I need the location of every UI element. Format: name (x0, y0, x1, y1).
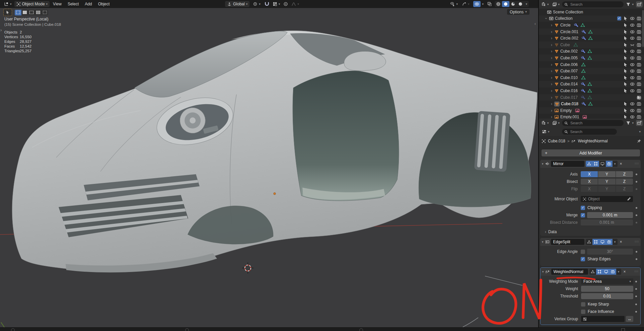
menu-object[interactable]: Object (95, 2, 113, 6)
disable-render-camera-icon[interactable] (637, 16, 641, 21)
outliner-row-object[interactable]: › Circle (539, 22, 644, 28)
modifier-name-field[interactable]: WeightedNormal (551, 269, 588, 275)
outliner-row-object[interactable]: › Cube.002 (539, 48, 644, 55)
invert-vertex-group-button[interactable]: ↔ (626, 316, 633, 322)
toolbar-expand-arrow[interactable]: › (0, 27, 2, 32)
collapse-icon[interactable]: ▾ (542, 162, 544, 166)
realtime-display-toggle[interactable] (599, 161, 606, 167)
disable-render-camera-icon[interactable] (637, 23, 641, 27)
selectable-icon[interactable] (623, 82, 628, 86)
modifier-extras-dropdown[interactable]: ▾ (616, 269, 621, 275)
selectable-icon[interactable] (623, 43, 628, 47)
edge-angle-checkbox[interactable] (581, 250, 585, 254)
expand-icon[interactable]: › (549, 82, 554, 86)
outliner-row-object[interactable]: › Cube.007 (539, 68, 644, 74)
select-mode-invert-button[interactable] (35, 10, 42, 15)
expand-icon[interactable]: › (549, 108, 554, 113)
flip-x-button[interactable]: X (581, 186, 598, 192)
outliner-row-object[interactable]: › Cube.005 (539, 55, 644, 61)
select-mode-subtract-button[interactable] (28, 10, 35, 15)
realtime-display-toggle[interactable] (599, 239, 606, 245)
selectable-icon[interactable] (623, 75, 628, 80)
delete-modifier-button[interactable]: × (623, 269, 627, 274)
shading-wireframe-button[interactable] (495, 1, 502, 7)
disable-render-camera-icon[interactable] (637, 49, 641, 54)
modifier-name-field[interactable]: EdgeSplit (551, 239, 584, 245)
hide-viewport-eye-icon[interactable] (630, 36, 635, 41)
animate-dot[interactable] (635, 288, 637, 290)
edit-mode-display-toggle[interactable] (596, 269, 603, 275)
hide-viewport-eye-icon[interactable] (630, 23, 635, 27)
data-subpanel-toggle[interactable]: › Data (540, 228, 641, 236)
viewport-scene[interactable] (0, 0, 538, 327)
outliner-row-object[interactable]: › Cube.014 (539, 81, 644, 88)
outliner-row-empty[interactable]: › Empty.001 (539, 114, 644, 119)
select-mode-extend-button[interactable] (21, 10, 28, 15)
edit-mode-cage-toggle[interactable] (586, 239, 592, 245)
snap-target-selector[interactable]: ▾ (271, 1, 282, 7)
eyedropper-icon[interactable] (627, 197, 631, 201)
disable-render-camera-icon[interactable] (637, 36, 641, 41)
gizmos-selector[interactable]: ▾ (461, 1, 471, 7)
active-tool-button[interactable] (3, 9, 12, 16)
disable-render-camera-icon[interactable] (637, 115, 641, 119)
render-toggle[interactable] (606, 239, 613, 245)
new-collection-button[interactable] (636, 120, 643, 126)
outliner-row-object[interactable]: › Circle.001 (539, 28, 644, 35)
options-button[interactable]: Options ▾ (507, 9, 529, 15)
add-modifier-button[interactable]: + Add Modifier (542, 149, 640, 156)
shading-material-button[interactable] (509, 1, 517, 7)
hide-viewport-eye-icon[interactable] (630, 29, 635, 34)
expand-icon[interactable]: › (549, 115, 554, 119)
animate-dot[interactable] (636, 222, 637, 223)
animate-dot[interactable] (635, 311, 637, 313)
keep-sharp-checkbox[interactable] (581, 302, 585, 307)
shading-options-dropdown[interactable]: ▾ (524, 1, 529, 7)
outliner-search[interactable] (562, 120, 624, 126)
outliner-scrollbar[interactable] (642, 10, 644, 47)
breadcrumb-modifier[interactable]: WeightedNormal (578, 139, 607, 143)
weighting-mode-dropdown[interactable]: Face Area ▾ (581, 278, 633, 284)
hide-viewport-eye-icon[interactable] (630, 108, 635, 113)
axis-z-button[interactable]: Z (616, 171, 633, 177)
bisect-y-button[interactable]: Y (598, 179, 616, 185)
expand-icon[interactable]: › (549, 88, 554, 93)
outliner-row-object[interactable]: › Cube.016 (539, 87, 644, 94)
selectable-icon[interactable] (623, 69, 628, 73)
selectable-icon[interactable] (623, 49, 628, 54)
hide-viewport-eye-icon[interactable] (630, 56, 635, 60)
selectable-icon[interactable] (623, 36, 628, 41)
realtime-display-toggle[interactable] (603, 269, 610, 275)
animate-dot[interactable] (636, 188, 637, 190)
animate-dot[interactable] (636, 214, 637, 216)
drag-handle-icon[interactable]: ∷∷ (635, 271, 639, 272)
expand-icon[interactable]: › (549, 43, 554, 47)
expand-icon[interactable]: › (549, 23, 554, 27)
axis-y-button[interactable]: Y (598, 171, 616, 177)
select-mode-set-button[interactable] (15, 10, 21, 15)
expand-icon[interactable]: › (549, 36, 554, 41)
proportional-falloff-selector[interactable]: ▾ (290, 1, 300, 7)
outliner-row-collection[interactable]: › Collection ✓ (539, 15, 644, 22)
display-mode-button[interactable]: ▾ (551, 120, 561, 126)
filter-button[interactable]: ▾ (625, 120, 635, 126)
select-mode-intersect-button[interactable] (42, 10, 48, 15)
modifier-name-field[interactable]: Mirror (551, 161, 584, 167)
filter-button[interactable]: ▾ (625, 1, 635, 7)
outliner-row-object-active[interactable]: › Cube.018 (539, 101, 644, 107)
hide-viewport-eye-icon[interactable] (630, 115, 635, 119)
expand-icon[interactable]: › (549, 69, 554, 73)
expand-icon[interactable]: › (549, 56, 554, 60)
hide-viewport-eye-icon[interactable] (630, 82, 635, 86)
display-mode-button[interactable]: ▾ (551, 1, 561, 7)
edit-mode-display-toggle[interactable] (592, 161, 599, 167)
editor-type-button[interactable]: ▾ (540, 1, 550, 7)
expand-icon[interactable]: › (549, 62, 554, 67)
disable-render-camera-icon[interactable] (637, 69, 641, 73)
disable-render-camera-icon[interactable] (637, 108, 641, 113)
timeline-strip[interactable] (0, 327, 644, 331)
delete-modifier-button[interactable]: × (619, 161, 623, 166)
object-visibility-selector[interactable]: ▾ (449, 1, 459, 7)
selectable-icon[interactable] (623, 23, 628, 27)
selectable-icon[interactable] (623, 56, 628, 60)
